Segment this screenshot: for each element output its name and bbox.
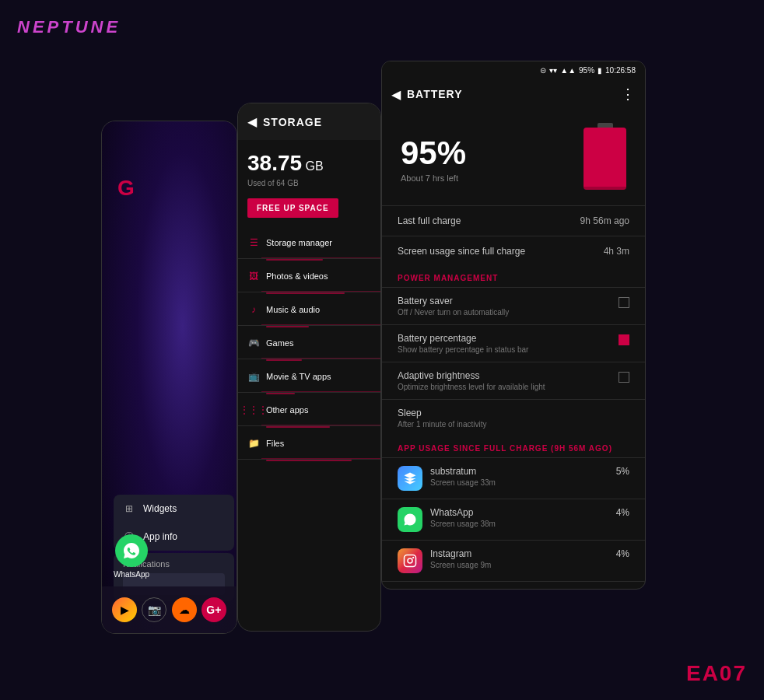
storage-header: ◀ STORAGE bbox=[238, 103, 380, 140]
power-mgmt-header: POWER MANAGEMENT bbox=[382, 266, 645, 287]
battery-percentage-sub: Show battery percentage in status bar bbox=[398, 345, 619, 354]
storage-bar-area: 23 GB bbox=[382, 581, 645, 590]
instagram-percent: 4% bbox=[616, 548, 629, 559]
storage-bar-label: 23 GB bbox=[398, 582, 629, 590]
battery-percentage-label: Battery percentage bbox=[398, 333, 619, 344]
music-label: Music & audio bbox=[266, 305, 320, 314]
battery-header: ◀ BATTERY ⋮ bbox=[382, 79, 645, 112]
storage-item-movies[interactable]: 📺 Movie & TV apps bbox=[238, 361, 380, 393]
storage-item-games[interactable]: 🎮 Games bbox=[238, 327, 380, 359]
phone3-battery: ⊝ ▾▾ ▲▲ 95% ▮ 10:26:58 ◀ BATTERY ⋮ 95% A… bbox=[381, 61, 646, 590]
menu-item-widgets[interactable]: ⊞ Widgets bbox=[114, 495, 234, 523]
whatsapp-app-name: WhatsApp bbox=[430, 507, 496, 518]
battery-time-left: About 7 hrs left bbox=[401, 173, 466, 183]
status-bar: ⊝ ▾▾ ▲▲ 95% ▮ 10:26:58 bbox=[382, 61, 645, 79]
app-usage-substratum[interactable]: substratum Screen usage 33m 5% bbox=[382, 457, 645, 499]
battery-saver-label: Battery saver bbox=[398, 296, 619, 306]
substratum-name: substratum bbox=[430, 466, 496, 477]
music-icon: ♪ bbox=[247, 303, 260, 316]
instagram-name: Instagram bbox=[430, 548, 491, 559]
substratum-usage: Screen usage 33m bbox=[430, 478, 496, 487]
substratum-icon bbox=[398, 466, 422, 491]
watermark: EA07 bbox=[686, 661, 747, 686]
substratum-percent: 5% bbox=[616, 466, 629, 477]
battery-percentage-display: 95% bbox=[401, 135, 466, 172]
dock-icon-4[interactable]: G+ bbox=[202, 597, 226, 622]
storage-title: STORAGE bbox=[263, 116, 322, 128]
free-up-space-button[interactable]: FREE UP SPACE bbox=[247, 198, 338, 218]
battery-visual bbox=[584, 128, 626, 190]
whatsapp-icon bbox=[115, 534, 148, 567]
movies-icon: 📺 bbox=[247, 370, 260, 383]
last-full-charge-label: Last full charge bbox=[398, 215, 461, 226]
games-icon: 🎮 bbox=[247, 337, 260, 349]
storage-item-music[interactable]: ♪ Music & audio bbox=[238, 294, 380, 326]
storage-manager-label: Storage manager bbox=[266, 238, 332, 247]
svg-rect-0 bbox=[405, 555, 416, 567]
time-display: 10:26:58 bbox=[605, 66, 636, 75]
otherapps-icon: ⋮⋮⋮ bbox=[247, 404, 260, 416]
storage-amount-area: 38.75 GB bbox=[238, 140, 380, 179]
status-icons: ⊝ ▾▾ ▲▲ 95% ▮ 10:26:58 bbox=[540, 66, 636, 75]
sleep-sub: After 1 minute of inactivity bbox=[398, 420, 629, 429]
files-icon: 📁 bbox=[247, 437, 260, 450]
whatsapp-app-usage: Screen usage 38m bbox=[430, 520, 496, 528]
signal-icon: ▲▲ bbox=[560, 66, 576, 75]
widgets-label: Widgets bbox=[143, 503, 177, 514]
google-icon: G bbox=[117, 176, 135, 201]
games-label: Games bbox=[266, 338, 293, 348]
sleep-label: Sleep bbox=[398, 408, 629, 418]
battery-percentage-toggle[interactable] bbox=[619, 334, 629, 345]
storage-number: 38.75 bbox=[247, 151, 302, 175]
battery-title: BATTERY bbox=[407, 88, 463, 100]
photos-label: Photos & videos bbox=[266, 271, 328, 281]
otherapps-label: Other apps bbox=[266, 405, 308, 415]
adaptive-brightness-label: Adaptive brightness bbox=[398, 370, 619, 381]
whatsapp-label: WhatsApp bbox=[114, 570, 149, 579]
whatsapp-app[interactable]: WhatsApp bbox=[114, 534, 149, 579]
phone1-dock: ▶ 📷 ☁ G+ bbox=[102, 586, 237, 633]
photos-icon: 🖼 bbox=[247, 270, 260, 282]
battery-percentage-row[interactable]: Battery percentage Show battery percenta… bbox=[382, 324, 645, 362]
app-usage-instagram[interactable]: Instagram Screen usage 9m 4% bbox=[382, 540, 645, 581]
sleep-row[interactable]: Sleep After 1 minute of inactivity bbox=[382, 399, 645, 436]
app-usage-header: APP USAGE SINCE FULL CHARGE (9H 56M AGO) bbox=[382, 436, 645, 457]
adaptive-brightness-row[interactable]: Adaptive brightness Optimize brightness … bbox=[382, 362, 645, 399]
battery-saver-toggle[interactable] bbox=[619, 297, 629, 308]
battery-saver-row[interactable]: Battery saver Off / Never turn on automa… bbox=[382, 287, 645, 324]
whatsapp-app-percent: 4% bbox=[616, 507, 629, 518]
wifi-icon: ▾▾ bbox=[549, 66, 557, 75]
storage-item-files[interactable]: 📁 Files bbox=[238, 428, 380, 460]
screen-usage-label: Screen usage since full charge bbox=[398, 246, 525, 257]
back-arrow-icon[interactable]: ◀ bbox=[247, 114, 257, 129]
storage-item-manager[interactable]: ☰ Storage manager bbox=[238, 227, 380, 259]
battery-back-arrow[interactable]: ◀ bbox=[391, 87, 401, 102]
widgets-icon: ⊞ bbox=[123, 502, 135, 515]
files-label: Files bbox=[266, 439, 284, 448]
phone2-storage: ◀ STORAGE 38.75 GB Used of 64 GB FREE UP… bbox=[237, 103, 381, 632]
storage-item-photos[interactable]: 🖼 Photos & videos bbox=[238, 261, 380, 292]
storage-unit: GB bbox=[306, 159, 324, 173]
screen-usage-value: 4h 3m bbox=[604, 246, 629, 257]
svg-point-2 bbox=[412, 557, 414, 558]
battery-status: 95% bbox=[579, 66, 594, 75]
storage-item-otherapps[interactable]: ⋮⋮⋮ Other apps bbox=[238, 394, 380, 426]
adaptive-brightness-toggle[interactable] bbox=[619, 372, 629, 383]
dock-icon-3[interactable]: ☁ bbox=[172, 597, 197, 622]
more-options-icon[interactable]: ⋮ bbox=[621, 86, 636, 103]
app-usage-whatsapp[interactable]: WhatsApp Screen usage 38m 4% bbox=[382, 499, 645, 540]
battery-icon: ▮ bbox=[598, 66, 602, 75]
do-not-disturb-icon: ⊝ bbox=[540, 66, 546, 75]
dock-icon-1[interactable]: ▶ bbox=[112, 597, 137, 622]
phone1-homescreen: G ⊞ Widgets ⓘ App info Notifications bbox=[101, 121, 237, 634]
last-full-charge-row: Last full charge 9h 56m ago bbox=[382, 205, 645, 236]
instagram-icon bbox=[398, 548, 422, 573]
movies-label: Movie & TV apps bbox=[266, 372, 331, 381]
storage-manager-icon: ☰ bbox=[247, 236, 260, 249]
app-logo: NEPTUNE bbox=[17, 17, 121, 37]
storage-used: Used of 64 GB bbox=[238, 179, 380, 195]
screen-usage-row: Screen usage since full charge 4h 3m bbox=[382, 236, 645, 266]
dock-icon-2[interactable]: 📷 bbox=[142, 597, 166, 622]
instagram-usage: Screen usage 9m bbox=[430, 561, 491, 569]
adaptive-brightness-sub: Optimize brightness level for available … bbox=[398, 383, 619, 391]
